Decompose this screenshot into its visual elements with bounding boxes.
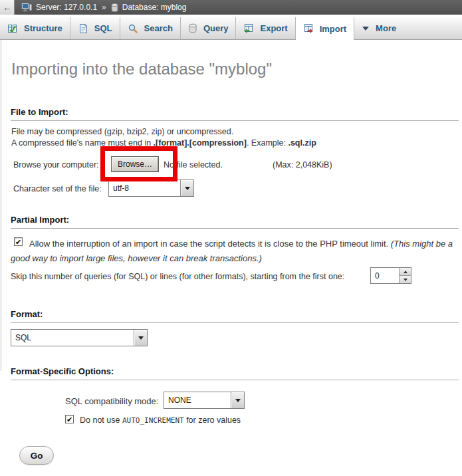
database-icon bbox=[111, 3, 118, 12]
section-heading-file-to-import: File to Import: bbox=[11, 107, 459, 121]
tab-label: Query bbox=[203, 23, 229, 33]
allow-text: Allow the interruption of an import in c… bbox=[29, 239, 391, 249]
autoinc-prefix: Do not use bbox=[80, 416, 122, 425]
tab-query[interactable]: Query bbox=[181, 17, 237, 39]
section-heading-format: Format: bbox=[11, 309, 459, 323]
sql-compat-selected-value: NONE bbox=[164, 392, 231, 408]
dropdown-arrow-icon[interactable] bbox=[231, 392, 244, 408]
breadcrumb-bar: ← Server: 127.0.0.1 » Database: myblog bbox=[0, 0, 462, 15]
tab-import[interactable]: Import bbox=[296, 17, 354, 40]
skip-queries-input[interactable]: 0 bbox=[370, 267, 411, 284]
sql-icon bbox=[78, 23, 88, 34]
content-left-border bbox=[1, 40, 1, 371]
browse-button[interactable]: Browse… bbox=[111, 156, 159, 172]
breadcrumb-database-link[interactable]: Database: myblog bbox=[122, 3, 187, 12]
no-autoincrement-label: Do not use AUTO_INCREMENT for zero value… bbox=[80, 416, 241, 425]
sql-compat-select[interactable]: NONE bbox=[164, 392, 245, 409]
server-icon bbox=[21, 3, 32, 12]
structure-icon bbox=[7, 23, 18, 34]
autoinc-code: AUTO_INCREMENT bbox=[122, 416, 184, 425]
hint-format-pattern: .[format].[compression] bbox=[154, 138, 247, 148]
page-title: Importing into the database "myblog" bbox=[11, 60, 272, 78]
hint-example: .sql.zip bbox=[288, 138, 316, 148]
sql-compat-label: SQL compatibility mode: bbox=[65, 396, 158, 406]
charset-select[interactable]: utf-8 bbox=[108, 179, 194, 197]
spinner-up-button[interactable] bbox=[400, 268, 411, 276]
allow-interrupt-label: Allow the interruption of an import in c… bbox=[11, 237, 457, 266]
format-select[interactable]: SQL bbox=[11, 329, 148, 346]
spinner-down-button[interactable] bbox=[400, 276, 411, 283]
tab-label: SQL bbox=[94, 23, 112, 33]
tab-structure[interactable]: Structure bbox=[0, 17, 70, 39]
export-icon bbox=[243, 23, 254, 34]
no-autoincrement-checkbox[interactable]: ✔ bbox=[65, 415, 74, 423]
number-spinner bbox=[399, 268, 411, 283]
charset-label: Character set of the file: bbox=[13, 184, 102, 193]
autoinc-suffix: for zero values bbox=[184, 416, 241, 425]
import-icon bbox=[303, 23, 314, 34]
no-file-selected-text: No file selected. bbox=[164, 160, 223, 170]
browse-label: Browse your computer: bbox=[13, 160, 99, 170]
dropdown-arrow-icon[interactable] bbox=[134, 330, 147, 346]
back-button[interactable]: ← bbox=[0, 0, 15, 15]
charset-selected-value: utf-8 bbox=[109, 180, 180, 196]
tab-export[interactable]: Export bbox=[236, 17, 295, 39]
max-upload-size: (Max: 2,048KiB) bbox=[273, 160, 332, 170]
tab-bar: Structure SQL bbox=[0, 15, 462, 40]
tab-label: More bbox=[376, 23, 396, 33]
phpmyadmin-import-page: ← Server: 127.0.0.1 » Database: myblog bbox=[0, 0, 462, 476]
compression-hint-line1: File may be compressed (gzip, bzip2, zip… bbox=[11, 127, 233, 136]
compression-hint-line2: A compressed file's name must end in .[f… bbox=[11, 138, 316, 148]
tab-search[interactable]: Search bbox=[120, 17, 181, 39]
chevron-down-icon bbox=[362, 26, 370, 31]
tab-label: Import bbox=[320, 24, 346, 34]
format-selected-value: SQL bbox=[11, 330, 134, 346]
section-heading-partial-import: Partial Import: bbox=[11, 215, 459, 229]
tab-more[interactable]: More bbox=[354, 17, 404, 39]
hint-prefix: A compressed file's name must end in bbox=[11, 138, 154, 148]
tab-label: Export bbox=[260, 23, 287, 33]
breadcrumb-server-link[interactable]: Server: 127.0.0.1 bbox=[36, 3, 97, 12]
tab-sql[interactable]: SQL bbox=[70, 17, 120, 39]
skip-queries-value: 0 bbox=[371, 268, 399, 283]
go-button[interactable]: Go bbox=[19, 446, 54, 465]
tab-label: Search bbox=[144, 23, 173, 33]
tab-label: Structure bbox=[24, 23, 62, 33]
query-icon bbox=[188, 23, 197, 33]
hint-mid: . Example: bbox=[247, 138, 289, 148]
skip-queries-label: Skip this number of queries (for SQL) or… bbox=[11, 272, 344, 281]
dropdown-arrow-icon[interactable] bbox=[180, 180, 193, 196]
search-icon bbox=[128, 23, 138, 34]
section-heading-format-options: Format-Specific Options: bbox=[11, 366, 459, 380]
breadcrumb-separator: » bbox=[102, 3, 106, 12]
